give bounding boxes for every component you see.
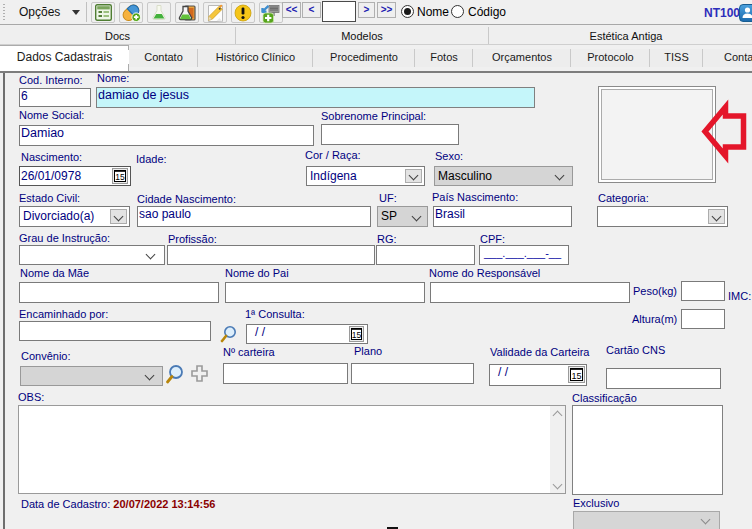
- svg-text:15: 15: [352, 330, 362, 340]
- svg-text:15: 15: [115, 172, 125, 182]
- svg-text:15: 15: [571, 371, 581, 381]
